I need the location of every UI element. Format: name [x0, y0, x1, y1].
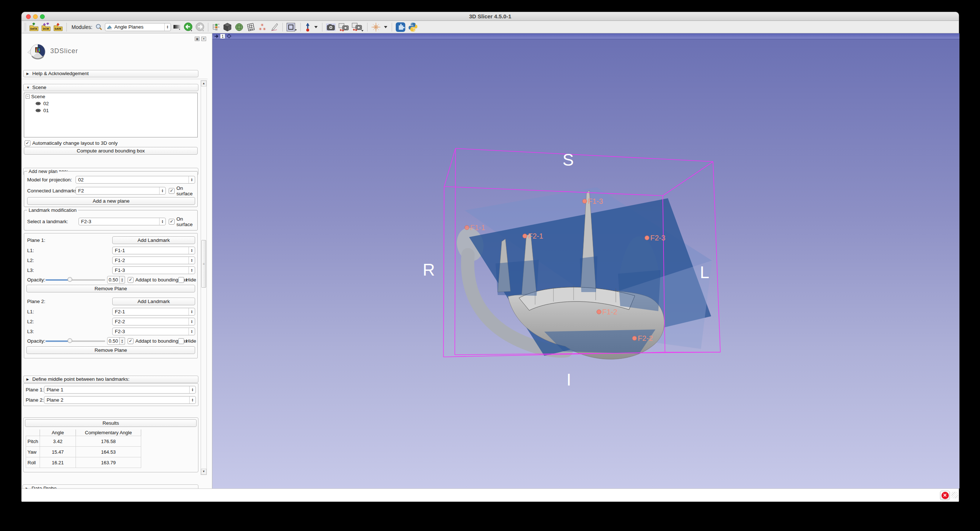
place-fiducial-icon[interactable] — [304, 22, 311, 32]
visibility-eye-icon[interactable] — [35, 101, 41, 106]
spinbox-arrows-icon[interactable]: ▲▼ — [119, 337, 125, 345]
undock-panel-icon[interactable]: ▣ — [195, 36, 199, 41]
table-row[interactable]: Pitch 3.42 176.58 — [26, 436, 141, 447]
on-surface-checkbox[interactable]: ✓ On surface — [169, 187, 197, 195]
checkbox-checked-icon: ✓ — [169, 188, 175, 194]
cube-3d-icon[interactable] — [223, 22, 232, 32]
markups-icon[interactable]: ✳✳✳ — [258, 23, 267, 32]
app-window: 3D Slicer 4.5.0-1 DATA DCM SAVE Modules:… — [21, 12, 959, 501]
python-console-icon[interactable] — [408, 22, 418, 32]
scrollbar-thumb[interactable]: ≡ — [201, 240, 206, 288]
resize-grip[interactable] — [951, 492, 958, 498]
landmark-modification-group: Landmark modification Select a landmark:… — [24, 210, 198, 230]
pin-icon[interactable] — [214, 35, 219, 38]
back-icon[interactable] — [183, 22, 193, 32]
crosshair-menu-arrow[interactable] — [383, 25, 388, 29]
plane2-add-landmark-button[interactable]: Add Landmark — [112, 298, 195, 305]
plane1-l3-combobox[interactable]: F1-3 ▲▼ — [112, 266, 195, 274]
angle-planes-module-icon — [107, 24, 113, 30]
plane2-l2-combobox[interactable]: F2-2 ▲▼ — [112, 318, 195, 325]
results-button[interactable]: Results — [25, 419, 197, 427]
annotation-pen-icon[interactable] — [270, 23, 279, 32]
row-yaw-label: Yaw — [26, 447, 40, 457]
volume-rendering-icon[interactable] — [234, 22, 244, 32]
help-acknowledgement-header[interactable]: ▶ Help & Acknowledgement — [23, 70, 199, 77]
middle-point-header[interactable]: ▶ Define middle point between two landma… — [23, 376, 199, 383]
spinbox-arrows-icon[interactable]: ▲▼ — [119, 276, 125, 284]
plane2-l1-combobox[interactable]: F2-1 ▲▼ — [112, 308, 195, 315]
scene-section-header[interactable]: ▼ Scene — [23, 84, 199, 91]
error-log-button[interactable]: ✕ — [940, 491, 950, 500]
load-data-icon[interactable]: DATA — [29, 23, 39, 32]
choose-plane1-label: Plane 1: — [25, 386, 44, 393]
select-landmark-combobox[interactable]: F2-3 ▲▼ — [78, 218, 166, 225]
choose-plane2-combobox[interactable]: Plane 2 ▲▼ — [44, 396, 196, 404]
table-row[interactable]: Roll 16.21 163.79 — [26, 457, 141, 468]
plane2-opacity-slider[interactable] — [46, 337, 105, 345]
landmark-label: F1-2 — [602, 308, 617, 316]
place-fiducial-menu-arrow[interactable] — [313, 25, 319, 29]
plane1-opacity-spinbox[interactable]: 0.50 ▲▼ — [107, 276, 125, 284]
tree-row-model-01[interactable]: 01 — [24, 107, 197, 114]
module-panel: ▣ ✕ 3DSlicer ▶ — [22, 33, 212, 488]
add-new-plane-button[interactable]: Add a new plane — [27, 197, 195, 205]
plane2-remove-button[interactable]: Remove Plane — [26, 346, 195, 354]
auto-layout-checkbox[interactable]: ✓ Automatically change layout to 3D only — [25, 139, 118, 147]
module-hierarchy-icon[interactable] — [212, 23, 220, 32]
tree-row-scene[interactable]: − Scene — [24, 93, 197, 100]
plane1-l3-label: L3: — [27, 266, 34, 274]
checkbox-checked-icon: ✓ — [25, 140, 30, 146]
plane2-hide-checkbox[interactable]: Hide — [178, 337, 196, 345]
plane2-opacity-spinbox[interactable]: 0.50 ▲▼ — [107, 337, 125, 345]
load-dicom-icon[interactable]: DCM — [41, 23, 51, 32]
module-search-icon[interactable] — [95, 24, 103, 31]
tree-root-label: Scene — [31, 94, 45, 99]
add-new-plan-legend: Add new plan — [27, 168, 59, 174]
scroll-up-icon[interactable]: ▲ — [201, 81, 207, 87]
module-selector[interactable]: Angle Planes ▲▼ — [105, 23, 171, 31]
svg-text:✳: ✳ — [262, 27, 266, 31]
plane2-opacity-value: 0.50 — [107, 337, 119, 345]
modules-label: Modules: — [72, 24, 92, 30]
tree-item-label: 01 — [43, 108, 49, 113]
plane1-l2-combobox[interactable]: F1-2 ▲▼ — [112, 257, 195, 264]
choose-plane1-combobox[interactable]: Plane 1 ▲▼ — [44, 386, 196, 393]
visibility-eye-icon[interactable] — [35, 108, 41, 113]
tree-row-model-02[interactable]: 02 — [24, 100, 197, 107]
plane2-l3-combobox[interactable]: F2-3 ▲▼ — [112, 328, 195, 335]
collapse-expander-icon[interactable]: − — [25, 95, 30, 98]
yaw-complementary-value: 164.53 — [76, 447, 141, 457]
plane1-l1-combobox[interactable]: F1-1 ▲▼ — [112, 247, 195, 254]
panel-scrollbar[interactable]: ▲ ▼ ≡ — [200, 80, 207, 475]
table-row[interactable]: Yaw 15.47 164.53 — [26, 447, 141, 457]
plane1-hide-checkbox[interactable]: Hide — [178, 276, 196, 284]
plane1-add-landmark-button[interactable]: Add Landmark — [112, 236, 195, 244]
connected-landmarks-combobox[interactable]: F2 ▲▼ — [76, 187, 166, 195]
grid-sheet-icon[interactable] — [246, 23, 256, 32]
scene-tree[interactable]: − Scene 02 01 — [24, 93, 198, 138]
view-crosshair-icon[interactable] — [227, 34, 231, 38]
scene-view-camera-icon[interactable] — [338, 23, 349, 32]
module-selector-stepper[interactable]: ▲▼ — [164, 24, 170, 31]
plane2-l3-label: L3: — [27, 328, 34, 335]
save-data-icon[interactable]: SAVE — [53, 23, 63, 32]
threed-scene[interactable]: F1-1 F2-1 F1-3 F2-3 — [212, 39, 959, 488]
module-history-icon[interactable] — [173, 24, 181, 30]
forward-icon[interactable] — [195, 22, 205, 32]
scroll-down-icon[interactable]: ▼ — [201, 469, 207, 475]
plane2-opacity-label: Opacity: — [27, 337, 46, 345]
compute-bounding-box-button[interactable]: Compute around bounding box — [24, 147, 198, 155]
extensions-manager-icon[interactable] — [395, 22, 406, 32]
plane1-opacity-slider[interactable] — [46, 276, 105, 284]
screenshot-camera-icon[interactable] — [326, 23, 336, 32]
combo-stepper-icon: ▲▼ — [159, 187, 165, 194]
threed-viewport[interactable]: 1 — [212, 33, 959, 488]
plane1-remove-button[interactable]: Remove Plane — [26, 285, 195, 292]
model-projection-combobox[interactable]: 02 ▲▼ — [76, 176, 195, 184]
layout-selector-icon[interactable] — [286, 22, 297, 32]
roll-complementary-value: 163.79 — [76, 457, 141, 468]
on-surface-checkbox-2[interactable]: ✓ On surface — [169, 218, 197, 225]
crosshair-icon[interactable] — [371, 22, 381, 32]
scene-view-menu-icon[interactable] — [352, 22, 364, 32]
close-panel-icon[interactable]: ✕ — [201, 36, 206, 41]
